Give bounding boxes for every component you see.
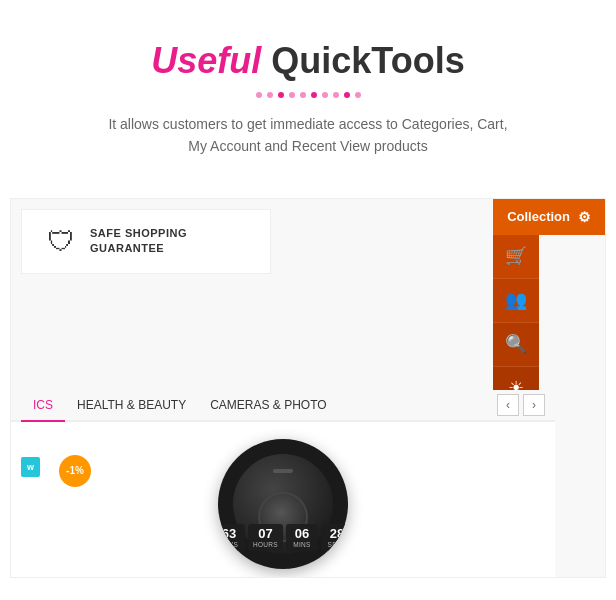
tab-health-beauty[interactable]: HEALTH & BEAUTY xyxy=(65,390,198,420)
account-icon: 👥 xyxy=(505,289,527,311)
safe-shopping-text: SAFE SHOPPING GUARANTEE xyxy=(90,226,187,257)
page-title: Useful QuickTools xyxy=(20,40,596,82)
dot xyxy=(289,92,295,98)
dot xyxy=(355,92,361,98)
dot xyxy=(322,92,328,98)
dot xyxy=(267,92,273,98)
tab-cameras-photo[interactable]: CAMERAS & PHOTO xyxy=(198,390,338,420)
search-icon: 🔍 xyxy=(505,333,527,355)
countdown-timer: 63 DAYS 07 HOURS 06 MINS 28 xyxy=(218,524,348,551)
dot-active xyxy=(311,92,317,98)
header-section: Useful QuickTools It allows customers to… xyxy=(0,0,616,178)
dot xyxy=(333,92,339,98)
cart-button[interactable]: 🛒 xyxy=(493,235,539,279)
dot-active xyxy=(278,92,284,98)
dot xyxy=(256,92,262,98)
tab-ics[interactable]: ICS xyxy=(21,390,65,422)
product-area: w -1% 63 DAYS xyxy=(11,422,555,577)
header-subtitle: It allows customers to get immediate acc… xyxy=(83,113,533,158)
new-badge: w xyxy=(21,457,40,477)
demo-area: 🛡 SAFE SHOPPING GUARANTEE Collection ⚙ 🛒… xyxy=(10,198,606,578)
dot xyxy=(300,92,306,98)
countdown-hours: 07 HOURS xyxy=(248,524,283,551)
shield-icon: 🛡 xyxy=(47,225,75,258)
category-tabs: ICS HEALTH & BEAUTY CAMERAS & PHOTO ‹ › xyxy=(11,390,555,422)
page-wrapper: Useful QuickTools It allows customers to… xyxy=(0,0,616,578)
collection-button[interactable]: Collection ⚙ xyxy=(493,199,605,235)
cart-icon: 🛒 xyxy=(505,245,527,267)
dot-active xyxy=(344,92,350,98)
title-useful: Useful xyxy=(151,40,261,81)
search-button[interactable]: 🔍 xyxy=(493,323,539,367)
product-image: 63 DAYS 07 HOURS 06 MINS 28 xyxy=(218,439,348,569)
discount-badge: -1% xyxy=(59,455,91,487)
tab-next-button[interactable]: › xyxy=(523,394,545,416)
tab-navigation: ‹ › xyxy=(497,394,545,416)
robot-detail xyxy=(273,469,293,473)
account-button[interactable]: 👥 xyxy=(493,279,539,323)
safe-shopping-banner: 🛡 SAFE SHOPPING GUARANTEE xyxy=(21,209,271,274)
countdown-days: 63 DAYS xyxy=(218,524,245,551)
tab-prev-button[interactable]: ‹ xyxy=(497,394,519,416)
filter-icon: ⚙ xyxy=(578,209,591,225)
countdown-mins: 06 MINS xyxy=(286,524,318,551)
right-tools: Collection ⚙ 🛒 👥 🔍 ☀ xyxy=(493,199,605,411)
title-quicktools: QuickTools xyxy=(261,40,464,81)
countdown-secs: 28 SECS xyxy=(321,524,348,551)
product-card: 63 DAYS 07 HOURS 06 MINS 28 xyxy=(218,439,348,569)
dots-decoration xyxy=(20,92,596,98)
collection-label: Collection xyxy=(507,209,570,224)
